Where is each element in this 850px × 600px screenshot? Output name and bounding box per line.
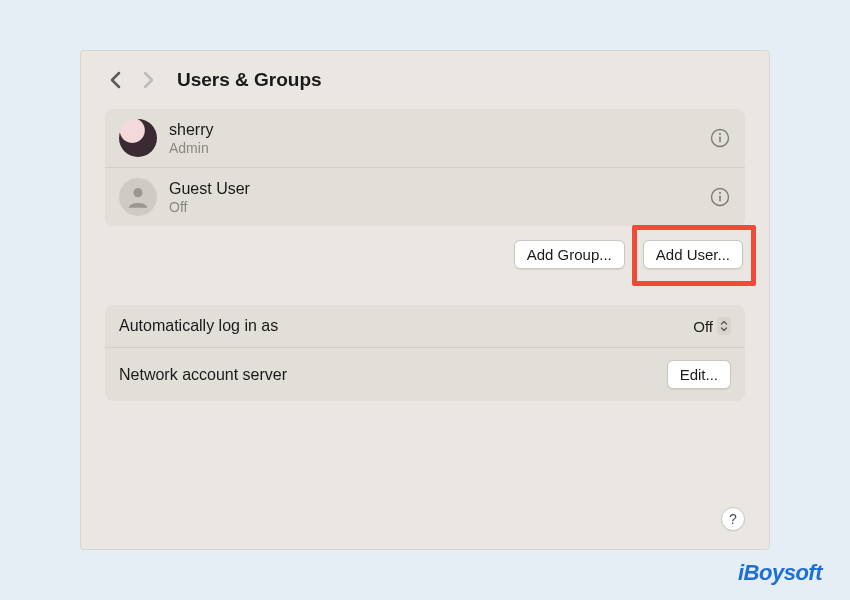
person-icon bbox=[125, 184, 151, 210]
edit-button[interactable]: Edit... bbox=[667, 360, 731, 389]
user-name: Guest User bbox=[169, 180, 697, 198]
auto-login-select[interactable]: Off bbox=[693, 317, 731, 335]
help-icon: ? bbox=[729, 511, 737, 527]
watermark: iBoysoft bbox=[738, 560, 822, 586]
help-button[interactable]: ? bbox=[721, 507, 745, 531]
user-text: Guest User Off bbox=[169, 180, 697, 215]
info-icon bbox=[710, 187, 730, 207]
avatar bbox=[119, 178, 157, 216]
login-settings: Automatically log in as Off Network acco… bbox=[105, 305, 745, 401]
user-role: Off bbox=[169, 199, 697, 215]
add-user-button[interactable]: Add User... bbox=[643, 240, 743, 269]
updown-icon bbox=[717, 317, 731, 335]
select-value: Off bbox=[693, 318, 713, 335]
user-role: Admin bbox=[169, 140, 697, 156]
network-server-row: Network account server Edit... bbox=[105, 347, 745, 401]
settings-panel: Users & Groups sherry Admin bbox=[80, 50, 770, 550]
info-button[interactable] bbox=[709, 186, 731, 208]
user-row-sherry[interactable]: sherry Admin bbox=[105, 109, 745, 167]
page-title: Users & Groups bbox=[177, 69, 322, 91]
users-list: sherry Admin Guest User Off bbox=[105, 109, 745, 226]
setting-label: Network account server bbox=[119, 366, 287, 384]
svg-point-1 bbox=[719, 133, 721, 135]
chevron-left-icon bbox=[109, 71, 123, 89]
svg-rect-6 bbox=[719, 196, 721, 202]
user-name: sherry bbox=[169, 121, 697, 139]
auto-login-row: Automatically log in as Off bbox=[105, 305, 745, 347]
svg-point-5 bbox=[719, 192, 721, 194]
svg-rect-2 bbox=[719, 137, 721, 143]
svg-point-3 bbox=[133, 188, 142, 197]
add-group-button[interactable]: Add Group... bbox=[514, 240, 625, 269]
info-button[interactable] bbox=[709, 127, 731, 149]
setting-label: Automatically log in as bbox=[119, 317, 278, 335]
forward-button[interactable] bbox=[137, 69, 159, 91]
user-row-guest[interactable]: Guest User Off bbox=[105, 167, 745, 226]
chevron-right-icon bbox=[141, 71, 155, 89]
avatar bbox=[119, 119, 157, 157]
actions-row: Add Group... Add User... bbox=[105, 240, 745, 269]
back-button[interactable] bbox=[105, 69, 127, 91]
user-text: sherry Admin bbox=[169, 121, 697, 156]
info-icon bbox=[710, 128, 730, 148]
header: Users & Groups bbox=[105, 69, 745, 91]
